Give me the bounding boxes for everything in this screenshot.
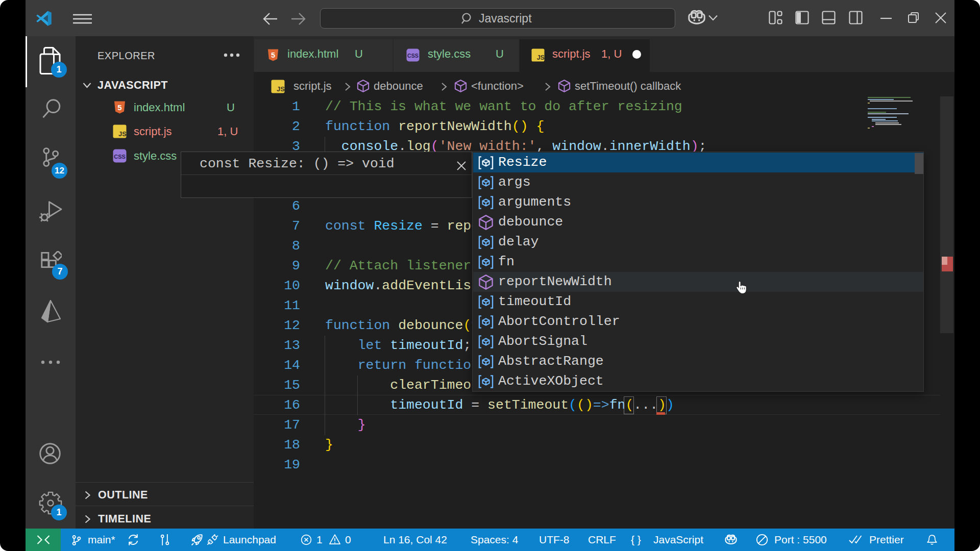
svg-text:CSS: CSS bbox=[407, 53, 419, 59]
svg-text:JS: JS bbox=[277, 85, 285, 93]
svg-text:5: 5 bbox=[271, 51, 275, 59]
svg-text:JS: JS bbox=[537, 54, 545, 61]
svg-text:JS: JS bbox=[118, 130, 127, 138]
svg-text:CSS: CSS bbox=[114, 154, 126, 160]
svg-text:5: 5 bbox=[117, 103, 121, 112]
